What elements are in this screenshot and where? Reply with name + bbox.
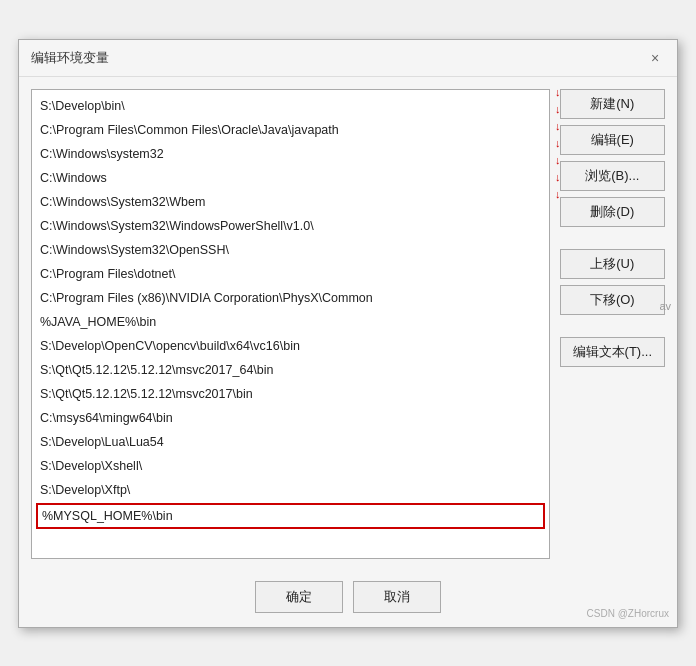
list-item[interactable]: S:\Develop\bin\ bbox=[32, 94, 549, 118]
edit-button[interactable]: 编辑(E) bbox=[560, 125, 665, 155]
list-item[interactable]: C:\Windows\System32\Wbem bbox=[32, 190, 549, 214]
move-down-button[interactable]: 下移(O) bbox=[560, 285, 665, 315]
list-item[interactable]: S:\Develop\OpenCV\opencv\build\x64\vc16\… bbox=[32, 334, 549, 358]
list-item[interactable]: S:\Qt\Qt5.12.12\5.12.12\msvc2017\bin bbox=[32, 382, 549, 406]
arrow-4: ↓ bbox=[555, 135, 561, 152]
edit-text-button[interactable]: 编辑文本(T)... bbox=[560, 337, 665, 367]
list-item[interactable]: C:\Program Files\dotnet\ bbox=[32, 262, 549, 286]
arrow-7: ↓ bbox=[555, 186, 561, 203]
close-button[interactable]: × bbox=[645, 48, 665, 68]
side-hint: av bbox=[659, 300, 671, 312]
edit-env-dialog: 编辑环境变量 × S:\Develop\bin\C:\Program Files… bbox=[18, 39, 678, 628]
list-item[interactable]: C:\Windows\System32\OpenSSH\ bbox=[32, 238, 549, 262]
list-item[interactable]: S:\Develop\Xftp\ bbox=[32, 478, 549, 502]
new-button[interactable]: 新建(N) bbox=[560, 89, 665, 119]
arrow-5: ↓ bbox=[555, 152, 561, 169]
content-area: S:\Develop\bin\C:\Program Files\Common F… bbox=[19, 77, 677, 571]
move-up-button[interactable]: 上移(U) bbox=[560, 249, 665, 279]
env-list[interactable]: S:\Develop\bin\C:\Program Files\Common F… bbox=[31, 89, 550, 559]
arrow-6: ↓ bbox=[555, 169, 561, 186]
list-item[interactable]: %MYSQL_HOME%\bin bbox=[36, 503, 545, 529]
footer: 确定 取消 bbox=[19, 571, 677, 627]
arrow-2: ↓ bbox=[555, 101, 561, 118]
titlebar: 编辑环境变量 × bbox=[19, 40, 677, 77]
list-item[interactable]: C:\Program Files (x86)\NVIDIA Corporatio… bbox=[32, 286, 549, 310]
action-buttons: 新建(N) 编辑(E) 浏览(B)... 删除(D) 上移(U) 下移(O) 编… bbox=[560, 89, 665, 559]
browse-button[interactable]: 浏览(B)... bbox=[560, 161, 665, 191]
list-item[interactable]: %JAVA_HOME%\bin bbox=[32, 310, 549, 334]
list-item[interactable]: C:\Windows\System32\WindowsPowerShell\v1… bbox=[32, 214, 549, 238]
list-item[interactable]: C:\Program Files\Common Files\Oracle\Jav… bbox=[32, 118, 549, 142]
list-item[interactable]: C:\Windows\system32 bbox=[32, 142, 549, 166]
list-item[interactable]: S:\Develop\Lua\Lua54 bbox=[32, 430, 549, 454]
dialog-title: 编辑环境变量 bbox=[31, 49, 109, 67]
list-item[interactable]: C:\msys64\mingw64\bin bbox=[32, 406, 549, 430]
arrow-1: ↓ bbox=[555, 84, 561, 101]
cancel-button[interactable]: 取消 bbox=[353, 581, 441, 613]
arrow-3: ↓ bbox=[555, 118, 561, 135]
list-item[interactable]: C:\Windows bbox=[32, 166, 549, 190]
list-item[interactable]: S:\Develop\Xshell\ bbox=[32, 454, 549, 478]
delete-button[interactable]: 删除(D) bbox=[560, 197, 665, 227]
ok-button[interactable]: 确定 bbox=[255, 581, 343, 613]
watermark: CSDN @ZHorcrux bbox=[587, 608, 669, 619]
scroll-indicators: ↓ ↓ ↓ ↓ ↓ ↓ ↓ bbox=[555, 84, 561, 203]
list-item[interactable]: S:\Qt\Qt5.12.12\5.12.12\msvc2017_64\bin bbox=[32, 358, 549, 382]
